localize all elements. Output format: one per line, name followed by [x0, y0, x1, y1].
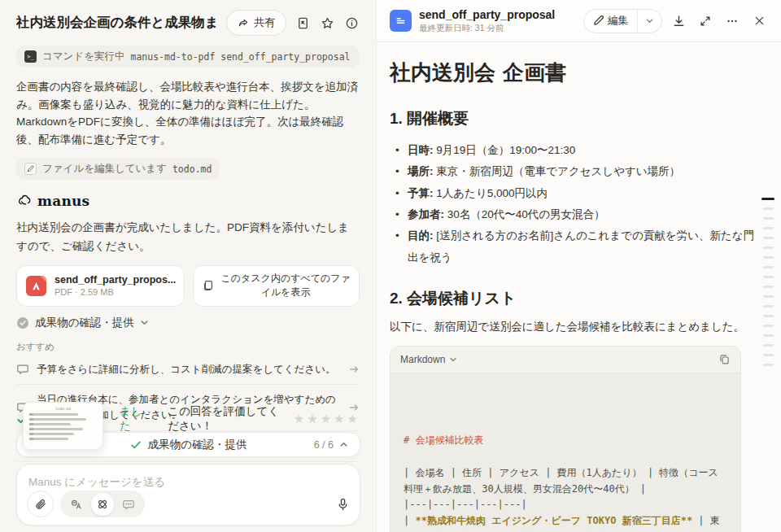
info-icon[interactable] — [343, 15, 360, 31]
view-all-files-label: このタスク内のすべてのファイルを表示 — [220, 272, 351, 300]
attach-file-button[interactable] — [27, 491, 54, 517]
progress-label: 成果物の確認・提供 — [148, 438, 247, 452]
expand-button[interactable] — [695, 11, 716, 32]
progress-check-icon — [130, 439, 142, 451]
todo-popup-lines — [29, 413, 97, 440]
edit-label: 編集 — [608, 14, 628, 28]
code-language-dropdown[interactable]: Markdown — [400, 354, 457, 365]
document-panel: send_off_party_proposal 最終更新日時: 31 分前 編集 — [376, 0, 781, 532]
chevron-down-icon — [140, 318, 149, 327]
chat-mode-button[interactable] — [117, 493, 140, 516]
pencil-icon — [24, 163, 37, 175]
outline-marker — [763, 217, 774, 220]
deliverable-status-label: 成果物の確認・提供 — [35, 316, 134, 330]
document-content: 社内送別会 企画書 1. 開催概要 日時: 9月19日（金）19:00〜21:3… — [377, 42, 781, 532]
agent-knot-mode-button[interactable] — [91, 493, 114, 516]
todo-popup-line — [29, 423, 71, 425]
chat-icon — [16, 363, 29, 376]
open-as-page-button[interactable] — [295, 15, 311, 31]
terminal-icon: >_ — [24, 50, 37, 63]
message-input[interactable] — [28, 476, 348, 488]
attachment-name: send_off_party_propos... — [55, 274, 176, 286]
share-button[interactable]: 共有 — [226, 10, 286, 36]
outline-marker — [763, 207, 774, 210]
chat-panel: 社内送別会企画の条件と成果物ま... 共有 >_ コマンドを実行中 manus-… — [0, 0, 376, 532]
overview-item: 日時: 9月19日（金）19:00〜21:30 — [390, 140, 757, 161]
edit-split-button: 編集 — [583, 9, 662, 33]
suggestion-text: 予算をさらに詳細に分析し、コスト削減の提案をしてください。 — [37, 362, 341, 377]
edit-button[interactable]: 編集 — [584, 10, 637, 33]
more-options-button[interactable] — [722, 11, 743, 32]
file-edit-chip[interactable]: ファイルを編集しています todo.md — [16, 158, 220, 180]
code-block-header: Markdown — [390, 347, 740, 373]
chevron-up-icon — [339, 440, 348, 449]
overview-item: 参加者: 30名（20代〜40代の男女混合） — [390, 204, 757, 225]
outline-marker — [763, 246, 774, 249]
voice-input-button[interactable] — [336, 497, 350, 511]
share-label: 共有 — [254, 15, 275, 30]
share-icon — [238, 17, 249, 28]
download-button[interactable] — [668, 11, 689, 32]
deliverable-status-row[interactable]: 成果物の確認・提供 — [16, 316, 360, 330]
check-circle-icon — [16, 316, 29, 329]
suggestions-title: おすすめ — [16, 341, 360, 353]
document-header: send_off_party_proposal 最終更新日時: 31 分前 編集 — [377, 0, 781, 42]
doc-h1: 社内送別会 企画書 — [390, 59, 757, 87]
star-icon[interactable]: ★ — [334, 412, 347, 425]
attachments-row: send_off_party_propos... PDF · 2.59 MB こ… — [16, 265, 360, 307]
favorite-star-icon[interactable] — [319, 15, 335, 31]
rating-stars[interactable]: ★★★★★ — [294, 412, 360, 426]
document-updated: 最終更新日時: 31 分前 — [419, 23, 583, 34]
outline-marker — [763, 354, 774, 356]
agent-message: 社内送別会の企画書が完成いたしました。PDF資料を添付いたしますので、ご確認くだ… — [16, 219, 360, 255]
star-icon[interactable]: ★ — [347, 412, 360, 425]
doc-h2-venues: 2. 会場候補リスト — [390, 288, 757, 309]
todo-popup-line — [29, 428, 83, 430]
manus-logo-icon — [16, 194, 32, 209]
edit-pencil-icon — [593, 15, 604, 26]
outline-marker — [763, 295, 774, 298]
rate-prompt: この回答を評価してください！ — [168, 404, 286, 434]
agent-mode-icon — [70, 498, 83, 511]
outline-marker — [763, 227, 774, 229]
message-composer — [16, 464, 360, 525]
code-block-body: # 会場候補比較表 | 会場名 | 住所 | アクセス | 費用（1人あたり） … — [390, 373, 740, 532]
chat-dots-icon — [122, 498, 135, 511]
star-icon[interactable]: ★ — [294, 412, 307, 425]
pdf-attachment-card[interactable]: send_off_party_propos... PDF · 2.59 MB — [16, 265, 185, 307]
agent-progress-text: 企画書の内容を最終確認し、会場比較表や進行台本、挨拶文を追加済み。画像案も盛り込… — [16, 78, 360, 148]
agent-name: manus — [37, 193, 89, 209]
todo-popup-line — [29, 433, 74, 435]
document-outline-scrubber[interactable] — [761, 198, 776, 373]
command-chip-label: コマンドを実行中 — [42, 50, 124, 63]
outline-marker — [763, 276, 774, 278]
suggestion-item[interactable]: 予算をさらに詳細に分析し、コスト削減の提案をしてください。 — [16, 355, 360, 386]
edit-options-button[interactable] — [637, 10, 661, 33]
todo-preview-popup: todo.md — [23, 402, 103, 450]
outline-marker — [763, 266, 774, 268]
copy-code-button[interactable] — [718, 353, 731, 365]
mode-switcher — [60, 491, 145, 517]
adaptive-mode-button[interactable] — [65, 493, 88, 516]
doc-h2-overview: 1. 開催概要 — [390, 108, 757, 129]
composer-toolbar — [27, 491, 350, 517]
document-title: send_off_party_proposal — [419, 8, 583, 21]
paperclip-icon — [34, 498, 47, 511]
outline-marker — [763, 237, 774, 239]
overview-item: 場所: 東京・新宿周辺（電車でアクセスしやすい場所） — [390, 161, 757, 182]
file-edit-label: ファイルを編集しています — [42, 162, 167, 176]
file-edit-filename: todo.md — [172, 164, 212, 175]
outline-marker — [763, 364, 774, 366]
knot-icon — [96, 498, 109, 511]
star-icon[interactable]: ★ — [307, 412, 320, 425]
todo-popup-line — [29, 438, 68, 440]
view-all-files-button[interactable]: このタスク内のすべてのファイルを表示 — [193, 265, 360, 307]
command-chip[interactable]: >_ コマンドを実行中 manus-md-to-pdf send_off_par… — [16, 46, 360, 68]
venues-intro: 以下に、新宿周辺で送別会に適した会場候補を比較表にまとめました。 — [390, 320, 757, 334]
outline-marker — [763, 305, 774, 307]
files-stack-icon — [202, 279, 215, 292]
star-icon[interactable]: ★ — [321, 412, 334, 425]
close-panel-button[interactable] — [748, 11, 770, 32]
todo-popup-line — [29, 413, 78, 416]
todo-popup-title: todo.md — [29, 407, 97, 411]
